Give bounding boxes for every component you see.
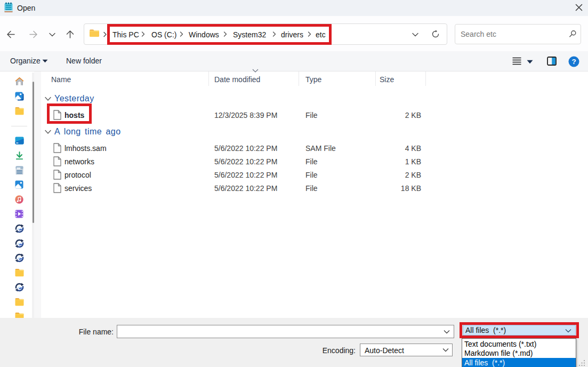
svg-text:?: ? bbox=[571, 58, 576, 66]
